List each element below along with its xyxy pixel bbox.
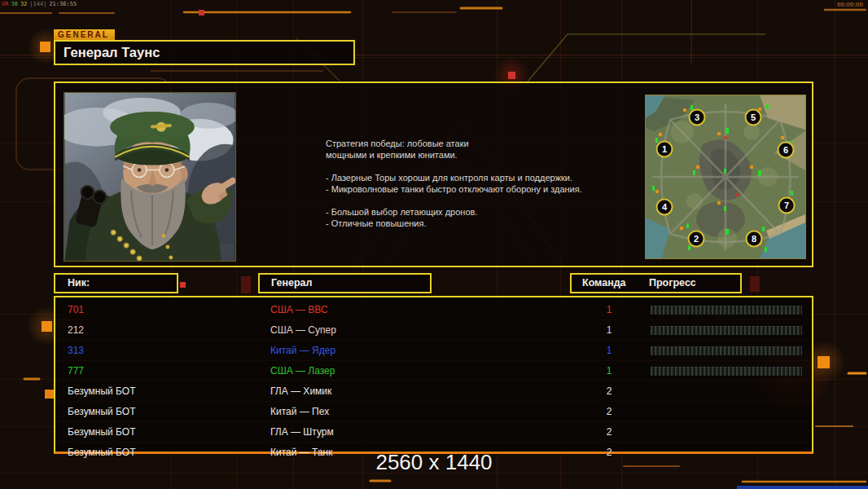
svg-text:8: 8: [752, 234, 756, 244]
progress-bar: [650, 366, 803, 377]
screen-title: Генерал Таунс: [55, 42, 353, 64]
player-general: Китай — Ядер: [270, 341, 335, 360]
player-nick: 212: [68, 320, 84, 340]
debug-readout: UR3032|144|21:36:55: [2, 1, 79, 7]
strategy-text: Стратегия победы: лобовые атаки мощными …: [326, 139, 611, 230]
player-general: ГЛА — Химик: [270, 381, 331, 401]
player-general: Китай — Пех: [270, 402, 329, 421]
svg-text:5: 5: [751, 112, 756, 122]
column-header-general: Генерал: [258, 273, 432, 293]
player-team: 1: [593, 300, 625, 319]
player-team: 2: [593, 402, 625, 421]
column-header-nick: Ник:: [54, 273, 178, 293]
player-team: 1: [593, 341, 625, 360]
player-nick: 777: [68, 361, 84, 381]
table-row: 701 США — ВВС 1: [55, 300, 812, 319]
player-team: 2: [593, 443, 625, 462]
screen-title-box: Генерал Таунс: [54, 40, 355, 65]
general-profile-panel: Стратегия победы: лобовые атаки мощными …: [54, 82, 813, 267]
general-portrait: [64, 92, 236, 262]
progress-bar: [650, 346, 803, 356]
column-header-team-progress: Команда Прогресс: [570, 273, 742, 293]
column-header-progress: Прогресс: [649, 275, 696, 292]
svg-text:4: 4: [662, 202, 668, 212]
svg-text:1: 1: [662, 144, 667, 154]
table-row: Безумный БОТ Китай — Пех 2: [55, 401, 812, 421]
loading-screen: UR3032|144|21:36:55 00:00:00 GENERAL Ген…: [0, 0, 868, 489]
player-nick: 313: [68, 341, 84, 360]
table-row: Безумный БОТ ГЛА — Штурм 2: [55, 421, 812, 442]
player-nick: Безумный БОТ: [68, 402, 135, 421]
team-color-bar: [737, 486, 868, 489]
player-rows: 701 США — ВВС 1 212 США — Супер 1 313 Ки…: [55, 297, 812, 462]
svg-text:2: 2: [694, 234, 699, 244]
players-table: 701 США — ВВС 1 212 США — Супер 1 313 Ки…: [54, 296, 813, 454]
player-nick: Безумный БОТ: [68, 443, 135, 462]
table-row: Безумный БОТ ГЛА — Химик 2: [55, 381, 812, 401]
player-general: США — Супер: [270, 320, 336, 340]
player-general: США — Лазер: [270, 361, 335, 381]
svg-text:7: 7: [784, 200, 789, 210]
table-row: 313 Китай — Ядер 1: [55, 340, 812, 360]
table-row: 777 США — Лазер 1: [55, 360, 812, 381]
player-team: 2: [593, 422, 625, 442]
resolution-label: 2560 x 1440: [375, 450, 492, 475]
svg-text:3: 3: [695, 112, 699, 122]
match-timer: 00:00:00: [837, 1, 863, 8]
player-nick: Безумный БОТ: [68, 422, 135, 442]
player-general: США — ВВС: [270, 300, 328, 319]
player-team: 1: [593, 320, 625, 340]
player-general: ГЛА — Штурм: [270, 422, 334, 442]
player-team: 2: [593, 381, 625, 401]
minimap: 12345678: [645, 95, 806, 259]
column-header-team: Команда: [582, 275, 626, 292]
player-nick: 701: [68, 300, 84, 319]
player-general: Китай — Танк: [270, 443, 332, 462]
player-nick: Безумный БОТ: [68, 381, 135, 401]
progress-bar: [650, 305, 803, 315]
progress-bar: [650, 325, 803, 336]
table-row: 212 США — Супер 1: [55, 319, 812, 340]
svg-text:6: 6: [783, 145, 788, 155]
player-team: 1: [593, 361, 625, 381]
general-tag: GENERAL: [54, 29, 115, 40]
